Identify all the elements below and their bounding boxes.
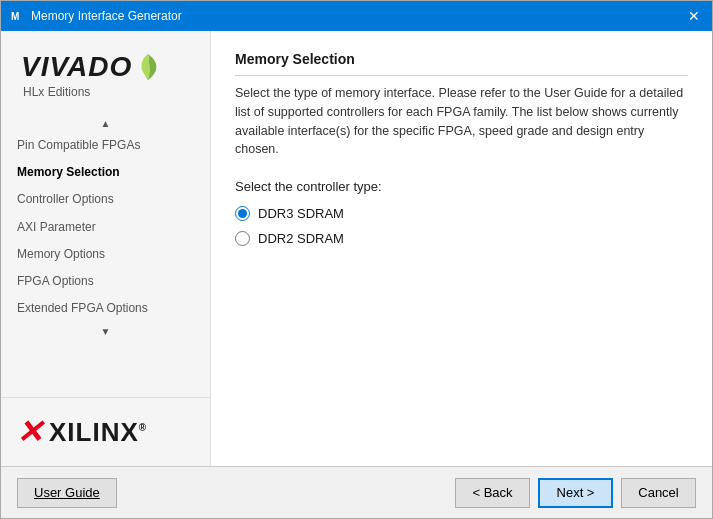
xilinx-x-icon: ✕ [16, 413, 43, 451]
vivado-leaf-icon [136, 52, 160, 82]
vivado-logo: VIVADO [21, 51, 160, 83]
main-content: VIVADO HLx Editions ▲ Pin Compatible FPG… [1, 31, 712, 466]
sidebar-item-axi-parameter[interactable]: AXI Parameter [1, 214, 210, 241]
sidebar-item-controller-options[interactable]: Controller Options [1, 186, 210, 213]
section-title: Memory Selection [235, 51, 688, 76]
sidebar-item-extended-fpga-options[interactable]: Extended FPGA Options [1, 295, 210, 322]
back-button[interactable]: < Back [455, 478, 530, 508]
radio-group: DDR3 SDRAM DDR2 SDRAM [235, 206, 688, 246]
nav-items-list: Pin Compatible FPGAs Memory Selection Co… [1, 132, 210, 322]
bottom-bar: User Guide < Back Next > Cancel [1, 466, 712, 518]
sidebar-nav: ▲ Pin Compatible FPGAs Memory Selection … [1, 114, 210, 397]
radio-item-ddr2[interactable]: DDR2 SDRAM [235, 231, 688, 246]
window-title: Memory Interface Generator [31, 9, 684, 23]
cancel-button[interactable]: Cancel [621, 478, 696, 508]
sidebar-item-pin-compatible[interactable]: Pin Compatible FPGAs [1, 132, 210, 159]
right-panel: Memory Selection Select the type of memo… [211, 31, 712, 466]
ddr3-radio[interactable] [235, 206, 250, 221]
ddr2-radio[interactable] [235, 231, 250, 246]
svg-text:M: M [11, 11, 19, 22]
sidebar-logo: VIVADO HLx Editions [1, 31, 210, 114]
user-guide-button[interactable]: User Guide [17, 478, 117, 508]
navigation-buttons: < Back Next > Cancel [455, 478, 696, 508]
radio-item-ddr3[interactable]: DDR3 SDRAM [235, 206, 688, 221]
sidebar-item-memory-options[interactable]: Memory Options [1, 241, 210, 268]
sidebar-item-fpga-options[interactable]: FPGA Options [1, 268, 210, 295]
ddr3-label: DDR3 SDRAM [258, 206, 344, 221]
xilinx-logo: ✕ XILINX® [16, 413, 195, 451]
controller-type-label: Select the controller type: [235, 179, 688, 194]
scroll-down-arrow[interactable]: ▼ [1, 322, 210, 340]
app-icon: M [9, 8, 25, 24]
xilinx-logo-area: ✕ XILINX® [1, 397, 210, 466]
hlx-editions-label: HLx Editions [21, 85, 90, 99]
scroll-up-arrow[interactable]: ▲ [1, 114, 210, 132]
sidebar-item-memory-selection[interactable]: Memory Selection [1, 159, 210, 186]
title-bar: M Memory Interface Generator ✕ [1, 1, 712, 31]
description-text: Select the type of memory interface. Ple… [235, 84, 688, 159]
close-button[interactable]: ✕ [684, 6, 704, 26]
vivado-wordmark: VIVADO [21, 51, 132, 83]
next-button[interactable]: Next > [538, 478, 613, 508]
xilinx-wordmark: XILINX® [49, 417, 147, 448]
sidebar: VIVADO HLx Editions ▲ Pin Compatible FPG… [1, 31, 211, 466]
main-window: M Memory Interface Generator ✕ VIVADO HL… [0, 0, 713, 519]
ddr2-label: DDR2 SDRAM [258, 231, 344, 246]
